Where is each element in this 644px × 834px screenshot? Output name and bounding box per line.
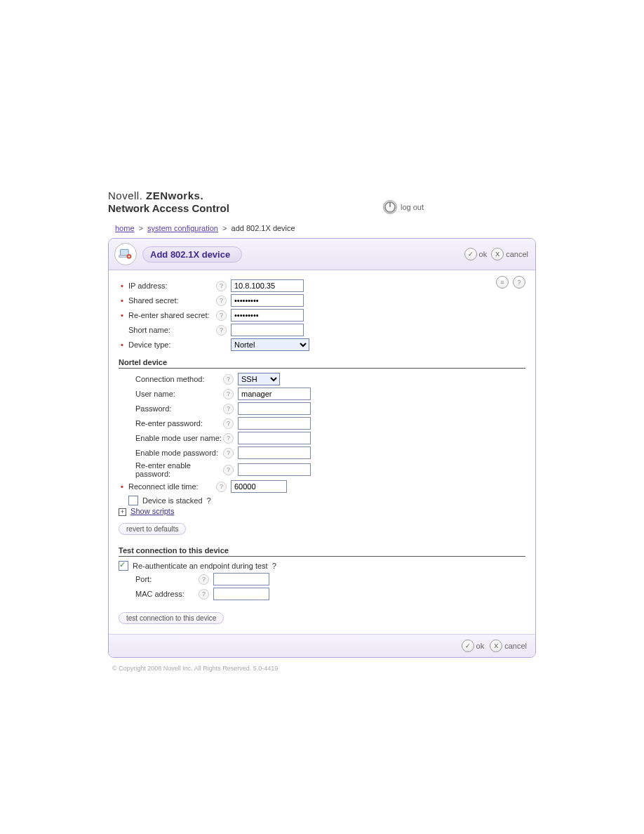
help-icon[interactable]: ? bbox=[223, 389, 234, 399]
copyright-text: © Copyright 2008 Novell Inc. All Rights … bbox=[108, 665, 536, 672]
connection-method-select[interactable]: SSH bbox=[238, 373, 280, 385]
help-icon[interactable]: ? bbox=[223, 374, 234, 385]
cancel-label: cancel bbox=[506, 250, 528, 258]
panel-header: Add 802.1X device ✓ ok X cancel bbox=[109, 239, 535, 270]
brand-zenworks: ZENworks. bbox=[146, 190, 203, 201]
help-icon[interactable]: ? bbox=[207, 496, 211, 505]
check-icon: ✓ bbox=[464, 248, 477, 260]
breadcrumb-home[interactable]: home bbox=[115, 224, 135, 232]
revert-defaults-button[interactable]: revert to defaults bbox=[119, 523, 186, 535]
help-icon[interactable]: ? bbox=[216, 281, 227, 291]
shared-secret-input[interactable] bbox=[231, 294, 304, 307]
reenter-password-label: Re-enter password: bbox=[126, 419, 223, 428]
enable-password-label: Enable mode password: bbox=[126, 449, 223, 457]
cancel-label: cancel bbox=[504, 642, 527, 650]
reauth-checkbox[interactable] bbox=[119, 561, 128, 571]
cancel-button-top[interactable]: X cancel bbox=[491, 248, 528, 260]
brand-subtitle: Network Access Control bbox=[108, 202, 536, 214]
logout-icon bbox=[383, 200, 397, 214]
breadcrumb-system-configuration[interactable]: system configuration bbox=[147, 224, 218, 232]
ip-address-input[interactable] bbox=[231, 279, 304, 292]
port-label: Port: bbox=[119, 575, 199, 583]
brand-block: Novell. ZENworks. Network Access Control bbox=[108, 190, 536, 214]
enable-password-input[interactable] bbox=[238, 446, 311, 459]
username-label: User name: bbox=[126, 390, 223, 398]
logout-label: log out bbox=[401, 203, 424, 211]
nortel-section-title: Nortel device bbox=[119, 358, 525, 369]
reenter-secret-input[interactable] bbox=[231, 309, 304, 322]
device-type-label: Device type: bbox=[126, 340, 216, 349]
list-icon[interactable]: ≡ bbox=[496, 276, 509, 289]
help-icon[interactable]: ? bbox=[223, 418, 234, 429]
required-marker: • bbox=[119, 482, 126, 491]
reconnect-idle-label: Reconnect idle time: bbox=[126, 482, 216, 491]
required-marker: • bbox=[119, 340, 126, 349]
password-input[interactable] bbox=[238, 402, 311, 415]
help-icon[interactable]: ? bbox=[216, 325, 227, 336]
enable-user-label: Enable mode user name: bbox=[126, 434, 223, 442]
device-icon bbox=[114, 243, 137, 265]
username-input[interactable] bbox=[238, 388, 311, 400]
add-device-panel: Add 802.1X device ✓ ok X cancel ≡ ? • bbox=[108, 238, 536, 658]
ok-button-top[interactable]: ✓ ok bbox=[464, 248, 488, 260]
device-stacked-label: Device is stacked bbox=[142, 496, 203, 505]
help-icon[interactable]: ? bbox=[216, 310, 227, 321]
mac-address-input[interactable] bbox=[213, 588, 269, 600]
help-icon[interactable]: ? bbox=[199, 589, 209, 600]
password-label: Password: bbox=[126, 404, 223, 413]
ip-address-label: IP address: bbox=[126, 282, 216, 290]
x-icon: X bbox=[491, 248, 504, 260]
x-icon: X bbox=[490, 640, 502, 652]
ok-button-bottom[interactable]: ✓ ok bbox=[462, 640, 485, 652]
reenter-secret-label: Re-enter shared secret: bbox=[126, 311, 216, 319]
breadcrumb-current: add 802.1X device bbox=[232, 224, 295, 232]
cancel-button-bottom[interactable]: X cancel bbox=[490, 640, 527, 652]
port-input[interactable] bbox=[213, 573, 269, 585]
connection-method-label: Connection method: bbox=[126, 375, 223, 383]
required-marker: • bbox=[119, 296, 126, 305]
test-section-title: Test connection to this device bbox=[119, 546, 525, 557]
logout-button[interactable]: log out bbox=[383, 200, 424, 214]
svg-rect-2 bbox=[121, 249, 129, 255]
test-connection-button[interactable]: test connection to this device bbox=[119, 612, 224, 624]
reenter-enable-password-input[interactable] bbox=[238, 463, 311, 476]
expand-icon[interactable]: + bbox=[119, 508, 126, 516]
required-marker: • bbox=[119, 282, 126, 290]
ok-label: ok bbox=[476, 642, 485, 650]
help-icon[interactable]: ? bbox=[199, 574, 209, 585]
check-icon: ✓ bbox=[462, 640, 474, 652]
reenter-password-input[interactable] bbox=[238, 417, 311, 430]
required-marker: • bbox=[119, 311, 126, 319]
reenter-enable-password-label: Re-enter enable password: bbox=[126, 461, 223, 478]
help-icon[interactable]: ? bbox=[223, 404, 234, 414]
enable-user-input[interactable] bbox=[238, 432, 311, 444]
short-name-label: Short name: bbox=[126, 326, 216, 334]
shared-secret-label: Shared secret: bbox=[126, 296, 216, 305]
reconnect-idle-input[interactable] bbox=[231, 480, 287, 493]
breadcrumb: home > system configuration > add 802.1X… bbox=[108, 224, 536, 232]
device-stacked-checkbox[interactable] bbox=[128, 496, 138, 505]
panel-title: Add 802.1X device bbox=[142, 246, 242, 263]
ok-label: ok bbox=[479, 250, 488, 258]
brand-novell: Novell. bbox=[108, 190, 142, 201]
short-name-input[interactable] bbox=[231, 324, 304, 336]
reauth-label: Re-authenticate an endpoint during test bbox=[133, 562, 268, 570]
help-icon[interactable]: ? bbox=[223, 465, 234, 475]
panel-footer: ✓ ok X cancel bbox=[109, 634, 535, 657]
device-type-select[interactable]: Nortel bbox=[231, 338, 309, 351]
help-icon[interactable]: ? bbox=[216, 296, 227, 306]
help-icon[interactable]: ? bbox=[216, 482, 227, 492]
mac-address-label: MAC address: bbox=[119, 590, 199, 598]
help-icon[interactable]: ? bbox=[272, 562, 276, 570]
help-icon[interactable]: ? bbox=[513, 276, 525, 289]
show-scripts-link[interactable]: Show scripts bbox=[130, 507, 174, 515]
help-icon[interactable]: ? bbox=[223, 433, 234, 444]
help-icon[interactable]: ? bbox=[223, 448, 234, 458]
